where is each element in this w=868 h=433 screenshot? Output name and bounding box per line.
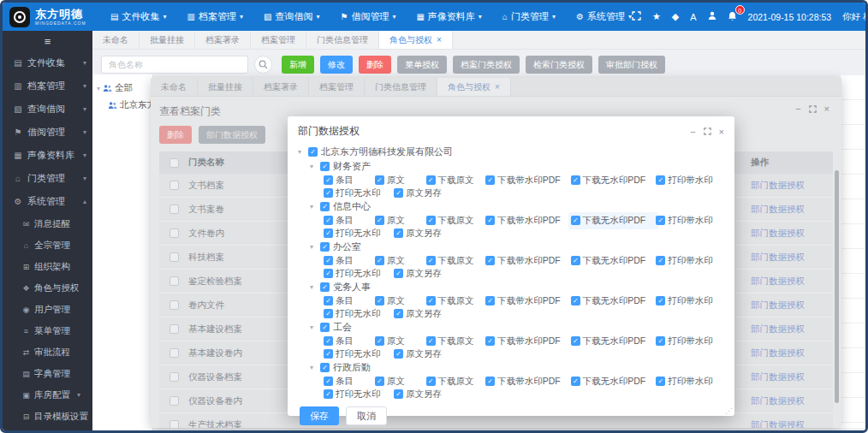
permission-下载原文[interactable]: ✓下载原文 [426, 376, 486, 388]
toolbar-button-修改[interactable]: 修改 [320, 56, 353, 74]
user-greeting[interactable]: 你好 杨标 [842, 11, 868, 23]
permission-打印无水印[interactable]: ✓打印无水印 [324, 187, 394, 199]
sidebar-subitem-用户管理[interactable]: ◉用户管理 [3, 299, 92, 320]
row-checkbox[interactable] [169, 348, 179, 358]
checkbox-checked[interactable]: ✓ [320, 323, 330, 332]
checkbox-checked[interactable]: ✓ [426, 336, 436, 346]
toolbar-button-档案门类授权[interactable]: 档案门类授权 [453, 56, 520, 74]
permission-原文另存[interactable]: ✓原文另存 [394, 268, 462, 280]
permission-原文另存[interactable]: ✓原文另存 [394, 348, 462, 360]
permission-下载无水印PDF[interactable]: ✓下载无水印PDF [571, 335, 657, 347]
tree-node-company[interactable]: ▾ ✓ 北京东方明德科技发展有限公司 [298, 145, 724, 159]
permission-原文另存[interactable]: ✓原文另存 [394, 228, 462, 240]
permission-打印无水印[interactable]: ✓打印无水印 [324, 389, 394, 400]
sidebar-subitem-组织架构[interactable]: ⊞组织架构 [3, 256, 92, 277]
sidebar-subitem-全宗管理[interactable]: ⌂全宗管理 [3, 234, 92, 256]
checkbox-checked[interactable]: ✓ [375, 336, 384, 346]
tab-批量挂接[interactable]: 批量挂接 [198, 78, 253, 96]
tree-node-北京东方明德科技发展有限公司[interactable]: 北京东方明德科技发展有限公司 [97, 97, 152, 114]
dialog-button-部门数据授权[interactable]: 部门数据授权 [199, 126, 265, 144]
checkbox-checked[interactable]: ✓ [320, 162, 330, 171]
permission-下载带水印PDF[interactable]: ✓下载带水印PDF [485, 255, 571, 267]
row-checkbox[interactable] [169, 276, 179, 286]
permission-原文[interactable]: ✓原文 [375, 295, 426, 307]
checkbox-checked[interactable]: ✓ [324, 269, 333, 278]
permission-下载原文[interactable]: ✓下载原文 [426, 255, 486, 267]
sidebar-item-门类管理[interactable]: ⌂门类管理▾ [3, 167, 92, 190]
caret-down-icon[interactable]: ▾ [97, 85, 100, 92]
sidebar-item-档案管理[interactable]: ▥档案管理▾ [3, 74, 92, 98]
checkbox-checked[interactable]: ✓ [324, 256, 333, 265]
checkbox-checked[interactable]: ✓ [324, 216, 333, 225]
permission-下载带水印PDF[interactable]: ✓下载带水印PDF [485, 295, 571, 307]
permission-打印带水印[interactable]: ✓打印带水印 [656, 295, 724, 307]
sidebar-subitem-角色与授权[interactable]: ❖角色与授权 [3, 277, 92, 299]
checkbox-checked[interactable]: ✓ [571, 175, 580, 185]
search-button[interactable] [254, 56, 272, 74]
dept-data-auth-link[interactable]: 部门数据授权 [751, 395, 805, 406]
permission-下载原文[interactable]: ✓下载原文 [426, 295, 486, 307]
toolbar-button-新增[interactable]: 新增 [282, 56, 314, 74]
permission-打印带水印[interactable]: ✓打印带水印 [656, 255, 724, 267]
tab-档案管理[interactable]: 档案管理 [309, 78, 365, 96]
tree-node-工会[interactable]: ▾✓工会 [298, 320, 724, 335]
topbar-menu-系统管理[interactable]: ⚙系统管理▾ [576, 10, 632, 23]
dept-data-auth-link[interactable]: 部门数据授权 [751, 252, 805, 262]
checkbox-checked[interactable]: ✓ [394, 389, 403, 399]
topbar-menu-声像资料库[interactable]: ▦声像资料库▾ [416, 10, 481, 23]
dept-data-auth-link[interactable]: 部门数据授权 [751, 204, 805, 214]
permission-下载无水印PDF[interactable]: ✓下载无水印PDF [571, 376, 657, 388]
checkbox-checked[interactable]: ✓ [375, 377, 384, 386]
permission-条目[interactable]: ✓条目 [324, 335, 375, 347]
permission-打印无水印[interactable]: ✓打印无水印 [324, 308, 394, 320]
tab-门类信息管理[interactable]: 门类信息管理 [306, 31, 379, 49]
cancel-button[interactable]: 取消 [346, 406, 387, 425]
permission-原文另存[interactable]: ✓原文另存 [394, 389, 462, 400]
permission-打印无水印[interactable]: ✓打印无水印 [324, 268, 394, 280]
permission-原文[interactable]: ✓原文 [375, 335, 426, 347]
permission-下载无水印PDF[interactable]: ✓下载无水印PDF [571, 215, 657, 227]
permission-打印带水印[interactable]: ✓打印带水印 [656, 376, 724, 388]
permission-原文另存[interactable]: ✓原文另存 [394, 187, 462, 199]
permission-下载带水印PDF[interactable]: ✓下载带水印PDF [485, 335, 571, 347]
minimize-icon[interactable]: − [690, 127, 695, 137]
sidebar-subitem-目录模板设置[interactable]: ⊟目录模板设置 [3, 406, 92, 427]
select-all-checkbox[interactable] [169, 158, 179, 168]
checkbox-checked[interactable]: ✓ [485, 296, 495, 305]
permission-下载带水印PDF[interactable]: ✓下载带水印PDF [485, 215, 571, 227]
tab-角色与授权[interactable]: 角色与授权× [437, 78, 511, 96]
topbar-menu-门类管理[interactable]: ⌂门类管理▾ [502, 10, 556, 23]
checkbox-checked[interactable]: ✓ [324, 309, 333, 318]
sidebar-subitem-审批流程[interactable]: ⇄审批流程 [3, 341, 92, 363]
permission-打印带水印[interactable]: ✓打印带水印 [656, 215, 724, 227]
row-checkbox[interactable] [169, 372, 179, 382]
permission-原文另存[interactable]: ✓原文另存 [394, 308, 462, 320]
topbar-menu-文件收集[interactable]: ▤文件收集▾ [110, 10, 166, 23]
dialog-scrollbar[interactable] [835, 170, 839, 403]
tree-node-办公室[interactable]: ▾✓办公室 [298, 240, 724, 254]
caret-down-icon[interactable]: ▾ [310, 364, 317, 371]
checkbox-checked[interactable]: ✓ [571, 256, 580, 265]
tab-未命名[interactable]: 未命名 [151, 78, 198, 96]
dept-data-auth-link[interactable]: 部门数据授权 [751, 228, 805, 238]
row-checkbox[interactable] [169, 228, 179, 238]
tab-批量挂接[interactable]: 批量挂接 [140, 31, 195, 49]
sidebar-subitem-消息提醒[interactable]: ✉消息提醒 [3, 213, 92, 234]
tree-node-财务资产[interactable]: ▾✓财务资产 [298, 159, 724, 174]
dept-data-auth-link[interactable]: 部门数据授权 [751, 371, 805, 382]
checkbox-checked[interactable]: ✓ [320, 242, 330, 252]
sidebar-subitem-菜单管理[interactable]: ≡菜单管理 [3, 320, 92, 341]
permission-下载原文[interactable]: ✓下载原文 [426, 335, 486, 347]
checkbox-checked[interactable]: ✓ [485, 377, 495, 386]
row-checkbox[interactable] [169, 324, 179, 334]
close-icon[interactable]: × [719, 127, 724, 137]
tree-node-信息中心[interactable]: ▾✓信息中心 [298, 199, 724, 214]
permission-原文[interactable]: ✓原文 [375, 376, 426, 388]
sidebar-item-声像资料库[interactable]: ▦声像资料库▾ [3, 144, 92, 167]
sidebar-subitem-库房配置[interactable]: ▣库房配置▾ [3, 384, 92, 406]
permission-打印带水印[interactable]: ✓打印带水印 [656, 335, 724, 347]
permission-下载无水印PDF[interactable]: ✓下载无水印PDF [571, 175, 657, 187]
checkbox-checked[interactable]: ✓ [571, 377, 580, 386]
hamburger-icon[interactable]: ≡ [3, 31, 92, 51]
checkbox-checked[interactable]: ✓ [656, 175, 665, 185]
